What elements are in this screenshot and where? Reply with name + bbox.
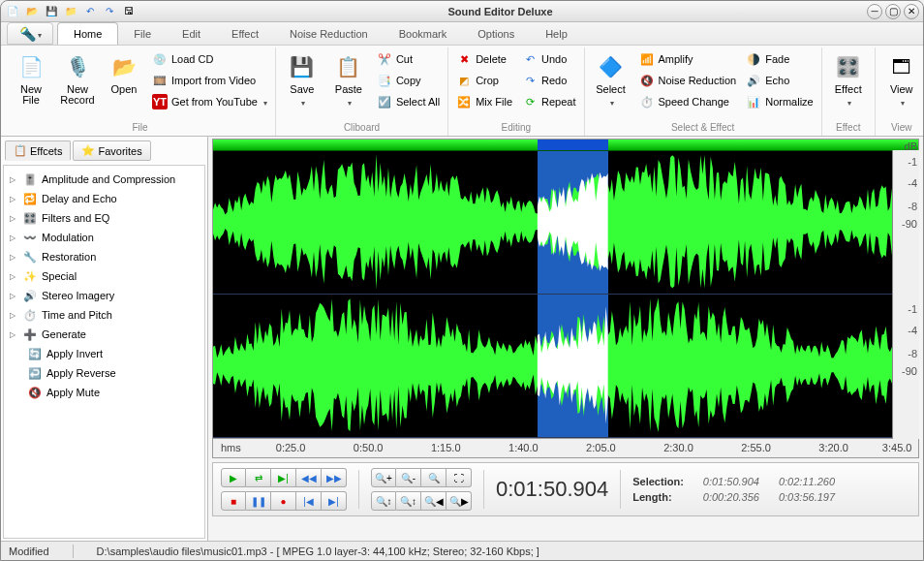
save-icon: 💾 [287,51,318,82]
tab-file[interactable]: File [118,22,167,45]
time-display: 0:01:50.904 [496,477,608,502]
zoom-out-button[interactable]: 🔍- [396,468,421,487]
minimize-button[interactable]: ─ [867,4,882,19]
qat-save2-icon[interactable]: 📁 [63,4,78,19]
play-end-button[interactable]: ▶| [271,468,296,487]
main-body: 📋Effcets ⭐Favorites ▷🎚️Amplitude and Com… [1,137,923,541]
get-youtube-button[interactable]: YTGet from YouTube [150,92,269,111]
ribbon-group-editing: ✖Delete ◩Crop 🔀Mix File ↶Undo ↷Redo ⟳Rep… [448,47,584,136]
tab-options[interactable]: Options [462,22,530,45]
tree-apply-mute[interactable]: 🔇Apply Mute [6,383,202,402]
tab-edit[interactable]: Edit [167,22,216,45]
copy-icon: 📑 [377,73,392,88]
tab-home[interactable]: Home [57,22,118,45]
cut-button[interactable]: ✂️Cut [375,49,442,69]
qat-saveall-icon[interactable]: 🖫 [121,4,137,19]
channel-right[interactable] [213,295,918,438]
pause-button[interactable]: ❚❚ [246,491,271,511]
select-all-button[interactable]: ☑️Select All [375,92,442,111]
import-video-button[interactable]: 🎞️Import from Video [150,71,269,90]
undo-button[interactable]: ↶Undo [520,49,577,69]
view-icon: 🗔 [886,51,917,82]
mix-icon: 🔀 [456,94,472,109]
crop-button[interactable]: ◩Crop [454,71,514,90]
save-button[interactable]: 💾Save [282,49,323,109]
qat-undo-icon[interactable]: ↶ [82,4,98,19]
zoom-fit-button[interactable]: ⛶ [447,468,472,487]
new-record-button[interactable]: 🎙️New Record [57,49,98,106]
new-file-button[interactable]: 📄New File [11,49,51,106]
select-button[interactable]: 🔷Select [591,49,631,109]
select-all-icon: ☑️ [377,94,392,109]
maximize-button[interactable]: ▢ [885,4,901,19]
tree-apply-invert[interactable]: 🔄Apply Invert [6,344,202,363]
forward-button[interactable]: ▶▶ [322,468,347,487]
mix-file-button[interactable]: 🔀Mix File [454,92,514,111]
normalize-button[interactable]: 📊Normalize [744,92,816,111]
tree-apply-reverse[interactable]: ↩️Apply Reverse [6,363,202,383]
repeat-button[interactable]: ⟳Repeat [520,92,577,111]
tab-effect[interactable]: Effect [216,22,274,45]
qat-save-icon[interactable]: 💾 [44,4,59,19]
echo-button[interactable]: 🔊Echo [744,71,816,90]
zoom-in-button[interactable]: 🔍+ [371,468,396,487]
zoom-v-in-button[interactable]: 🔍↕ [371,491,396,511]
tab-noise-reduction[interactable]: Noise Reduction [274,22,384,45]
waveform-display[interactable] [212,139,919,439]
goto-start-button[interactable]: |◀ [296,491,322,511]
open-icon: 📂 [108,51,139,82]
qat-open-icon[interactable]: 📂 [24,4,40,19]
effect-button[interactable]: 🎛️Effect [828,49,869,109]
goto-end-button[interactable]: ▶| [322,491,347,511]
tree-amplitude[interactable]: ▷🎚️Amplitude and Compression [6,170,202,189]
tree-stereo[interactable]: ▷🔊Stereo Imagery [6,286,202,305]
undo-icon: ↶ [522,51,538,67]
stop-button[interactable]: ■ [221,491,246,511]
zoom-right-button[interactable]: 🔍▶ [447,491,472,511]
waveform-right-icon [213,295,918,436]
ribbon-group-clipboard: 💾Save 📋Paste ✂️Cut 📑Copy ☑️Select All Cl… [276,47,448,136]
redo-button[interactable]: ↷Redo [520,71,577,90]
play-button[interactable]: ▶ [221,468,246,487]
tab-help[interactable]: Help [530,22,583,45]
ribbon-group-select-effect: 🔷Select 📶Amplify 🔇Noise Reduction ⏱️Spee… [585,47,822,136]
qat-redo-icon[interactable]: ↷ [102,4,117,19]
status-modified: Modified [9,545,49,557]
transport-panel: ▶ ⇄ ▶| ◀◀ ▶▶ ■ ❚❚ ● |◀ ▶| [212,462,919,516]
zoom-sel-button[interactable]: 🔍 [421,468,447,487]
qat-new-icon[interactable]: 📄 [5,4,20,19]
select-icon: 🔷 [596,51,627,82]
delete-button[interactable]: ✖Delete [454,49,514,69]
close-button[interactable]: ✕ [904,4,919,19]
paste-button[interactable]: 📋Paste [328,49,369,109]
sidebar-tab-favorites[interactable]: ⭐Favorites [73,140,150,161]
tree-restoration[interactable]: ▷🔧Restoration [6,247,202,266]
tab-bookmark[interactable]: Bookmark [384,22,463,45]
speed-change-button[interactable]: ⏱️Speed Change [637,92,739,111]
load-cd-button[interactable]: 💿Load CD [150,49,269,69]
rewind-button[interactable]: ◀◀ [296,468,322,487]
noise-reduction-button[interactable]: 🔇Noise Reduction [637,71,739,90]
zoom-left-button[interactable]: 🔍◀ [421,491,447,511]
sidebar-tab-effects[interactable]: 📋Effcets [5,140,71,161]
tree-modulation[interactable]: ▷〰️Modulation [6,228,202,247]
view-button[interactable]: 🗔View [881,49,922,109]
paste-icon: 📋 [333,51,364,82]
loop-button[interactable]: ⇄ [246,468,271,487]
tree-special[interactable]: ▷✨Special [6,266,202,286]
overview-bar[interactable] [213,140,918,151]
tree-generate[interactable]: ▷➕Generate [6,325,202,344]
tree-time-pitch[interactable]: ▷⏱️Time and Pitch [6,305,202,325]
redo-icon: ↷ [522,73,538,88]
app-menu-button[interactable]: 🔦 [7,22,53,45]
zoom-v-out-button[interactable]: 🔍↕ [396,491,421,511]
tree-filters[interactable]: ▷🎛️Filters and EQ [6,208,202,228]
tree-delay[interactable]: ▷🔁Delay and Echo [6,189,202,208]
copy-button[interactable]: 📑Copy [375,71,442,90]
ribbon-label-select-effect: Select & Effect [591,120,816,136]
open-button[interactable]: 📂Open [104,49,144,95]
channel-left[interactable] [213,151,918,295]
record-button[interactable]: ● [271,491,296,511]
fade-button[interactable]: 🌗Fade [744,49,816,69]
amplify-button[interactable]: 📶Amplify [637,49,739,69]
